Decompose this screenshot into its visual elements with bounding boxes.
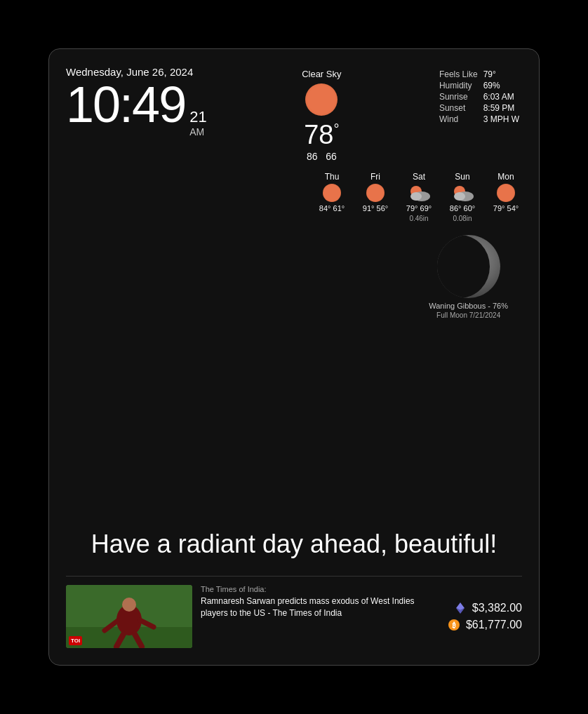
ethereum-icon [454, 602, 467, 614]
forecast-day-label: Sun [455, 172, 469, 182]
weather-hi-lo: 86 66 [307, 151, 337, 162]
time-right: 21 AM [189, 102, 206, 137]
svg-text:₿: ₿ [451, 621, 455, 629]
crypto-section: $3,382.00 ₿ $61,777.00 [436, 602, 522, 631]
forecast-day: Sun 86° 60°0.08in [446, 172, 479, 222]
svg-point-2 [410, 192, 422, 201]
forecast-day: Thu84° 61° [316, 172, 348, 222]
news-item[interactable]: TOI The Times of India: Ramnaresh Sarwan… [66, 585, 436, 648]
date-time-col: Wednesday, June 26, 2024 10:49 21 AM [66, 66, 207, 137]
crypto-eth-item: $3,382.00 [454, 602, 522, 614]
weather-temp: 78° [304, 121, 339, 148]
forecast-day: Mon79° 54° [490, 172, 522, 222]
moon-next-full: Full Moon 7/21/2024 [436, 311, 500, 319]
forecast-day: Sat 79° 69°0.46in [403, 172, 435, 222]
sun-icon [305, 83, 338, 116]
forecast-row: Thu84° 61°Fri91° 56°Sat 79° 69°0.46inSun… [66, 172, 522, 222]
forecast-day-label: Thu [325, 172, 340, 182]
time-row: 10:49 21 AM [66, 79, 207, 137]
forecast-temps: 84° 61° [319, 204, 345, 213]
weather-condition: Clear Sky [302, 69, 341, 79]
sunrise-label: Sunrise [436, 91, 481, 102]
weather-center: Clear Sky 78° 86 66 [302, 66, 341, 162]
time-seconds: 21 [189, 108, 206, 126]
news-thumb-field [66, 585, 192, 648]
news-headline: Ramnaresh Sarwan predicts mass exodus of… [201, 595, 436, 619]
forecast-icon [323, 184, 341, 202]
svg-point-9 [122, 598, 136, 612]
crypto-btc-item: ₿ $61,777.00 [448, 619, 522, 631]
forecast-temps: 86° 60° [450, 204, 475, 213]
forecast-day: Fri91° 56° [359, 172, 392, 222]
forecast-icon [450, 184, 475, 202]
feels-like-value: 79° [481, 69, 522, 80]
main-widget: Wednesday, June 26, 2024 10:49 21 AM Cle… [48, 48, 540, 666]
weather-details: Feels Like 79° Humidity 69% Sunrise 6:03… [436, 66, 522, 125]
moon-section: Waning Gibbous - 76% Full Moon 7/21/2024 [429, 235, 508, 319]
bottom-section: TOI The Times of India: Ramnaresh Sarwan… [66, 576, 522, 648]
news-text-col: The Times of India: Ramnaresh Sarwan pre… [201, 585, 436, 619]
eth-price: $3,382.00 [472, 602, 522, 614]
news-thumbnail: TOI [66, 585, 192, 648]
humidity-label: Humidity [436, 80, 481, 91]
moon-image [437, 235, 500, 298]
forecast-icon [406, 184, 432, 202]
forecast-precip: 0.08in [453, 215, 472, 222]
forecast-icon [366, 184, 385, 202]
moon-phase: Waning Gibbous - 76% [429, 302, 508, 310]
forecast-icon [497, 184, 515, 202]
forecast-day-label: Mon [497, 172, 514, 182]
forecast-temps: 79° 69° [406, 204, 432, 213]
motivation-section: Have a radiant day ahead, beautiful! [66, 319, 522, 576]
motivation-text: Have a radiant day ahead, beautiful! [91, 529, 497, 559]
forecast-precip: 0.46in [409, 215, 428, 222]
news-source-badge: TOI [69, 636, 82, 645]
forecast-day-label: Sat [413, 172, 425, 182]
sunset-value: 8:59 PM [481, 102, 522, 114]
svg-point-5 [454, 192, 465, 201]
forecast-day-label: Fri [370, 172, 380, 182]
wind-value: 3 MPH W [481, 114, 522, 125]
top-section: Wednesday, June 26, 2024 10:49 21 AM Cle… [66, 66, 522, 162]
time-main: 10:49 [66, 79, 185, 130]
sunset-label: Sunset [436, 102, 481, 114]
bitcoin-icon: ₿ [448, 619, 460, 631]
time-ampm: AM [189, 126, 206, 137]
humidity-value: 69% [481, 80, 522, 91]
forecast-temps: 79° 54° [493, 204, 519, 213]
feels-like-label: Feels Like [436, 69, 481, 80]
sunrise-value: 6:03 AM [481, 91, 522, 102]
forecast-temps: 91° 56° [363, 204, 388, 213]
news-source: The Times of India: [201, 585, 436, 593]
btc-price: $61,777.00 [466, 619, 522, 631]
wind-label: Wind [436, 114, 481, 125]
